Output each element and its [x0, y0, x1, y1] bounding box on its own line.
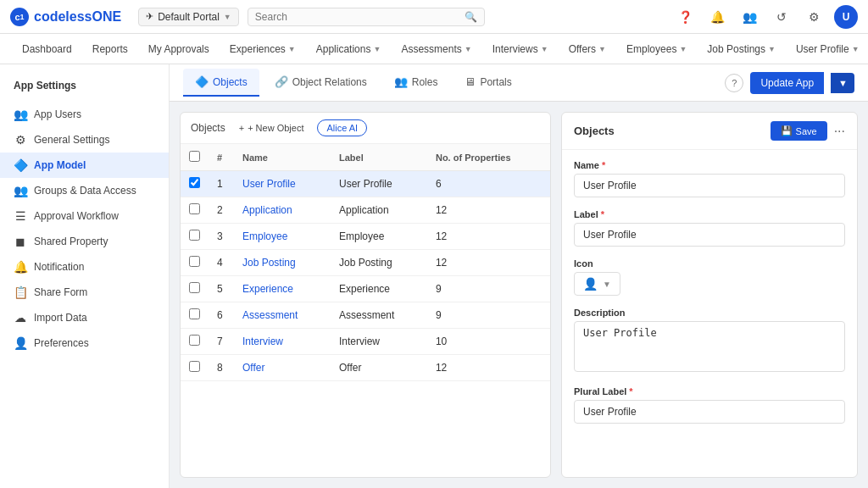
row-properties: 10 [427, 329, 550, 355]
nav-item-employees[interactable]: Employees▼ [618, 38, 695, 60]
nav-item-reports[interactable]: Reports [84, 38, 136, 60]
label-input[interactable] [574, 223, 845, 247]
sidebar-item-share-form[interactable]: 📋 Share Form [0, 280, 169, 305]
preferences-icon: 👤 [14, 336, 27, 350]
approval-workflow-icon: ☰ [14, 209, 27, 223]
row-name[interactable]: Application [234, 197, 331, 224]
row-checkbox[interactable] [181, 355, 209, 381]
table-row[interactable]: 1 User Profile User Profile 6 [181, 171, 550, 197]
row-checkbox[interactable] [181, 302, 209, 329]
users-icon[interactable]: 👥 [737, 5, 761, 29]
nav-item-user-profile[interactable]: User Profile▼ [787, 38, 868, 60]
new-object-button[interactable]: + + New Object [232, 119, 311, 136]
search-icon: 🔍 [465, 11, 477, 23]
sidebar-item-app-model[interactable]: 🔷 App Model [0, 152, 169, 178]
label-field: Label * [574, 209, 845, 247]
label-label: Label * [574, 209, 845, 219]
row-checkbox[interactable] [181, 197, 209, 224]
row-name[interactable]: Interview [234, 329, 331, 355]
right-panel-header: Objects 💾 Save ··· [562, 113, 857, 150]
app-users-icon: 👥 [14, 108, 27, 121]
tab-objects[interactable]: 🔷 Objects [183, 69, 259, 97]
nav-item-dashboard[interactable]: Dashboard [14, 38, 81, 60]
sidebar-item-notification[interactable]: 🔔 Notification [0, 254, 169, 280]
plural-label-input[interactable] [574, 400, 845, 424]
row-label: User Profile [331, 171, 427, 197]
table-row[interactable]: 6 Assessment Assessment 9 [181, 302, 550, 329]
search-input[interactable] [255, 11, 465, 23]
sidebar-item-groups-data-access[interactable]: 👥 Groups & Data Access [0, 178, 169, 203]
sidebar-item-app-users[interactable]: 👥 App Users [0, 102, 169, 127]
table-row[interactable]: 4 Job Posting Job Posting 12 [181, 250, 550, 276]
row-properties: 12 [427, 224, 550, 250]
table-row[interactable]: 5 Experience Experience 9 [181, 276, 550, 302]
select-all-checkbox[interactable] [189, 151, 200, 162]
sidebar-item-label: App Users [34, 108, 81, 120]
row-name[interactable]: Job Posting [234, 250, 331, 276]
save-button[interactable]: 💾 Save [771, 121, 827, 141]
name-input[interactable] [574, 174, 845, 197]
sidebar-item-approval-workflow[interactable]: ☰ Approval Workflow [0, 203, 169, 229]
nav-item-job-postings[interactable]: Job Postings▼ [698, 38, 784, 60]
table-row[interactable]: 8 Offer Offer 12 [181, 355, 550, 381]
nav-item-applications[interactable]: Applications▼ [308, 38, 390, 60]
description-textarea[interactable]: User Profile [574, 321, 845, 372]
row-number: 4 [209, 250, 234, 276]
plural-label-field: Plural Label * [574, 386, 845, 424]
general-settings-icon: ⚙ [14, 133, 27, 147]
row-checkbox[interactable] [181, 171, 209, 197]
right-panel: Objects 💾 Save ··· Name * [561, 112, 858, 478]
sidebar-item-preferences[interactable]: 👤 Preferences [0, 330, 169, 356]
name-required: * [602, 160, 605, 170]
sidebar-item-import-data[interactable]: ☁ Import Data [0, 305, 169, 330]
row-label: Offer [331, 355, 427, 381]
row-number: 1 [209, 171, 234, 197]
search-bar[interactable]: 🔍 [248, 8, 485, 26]
object-relations-tab-icon: 🔗 [275, 75, 288, 88]
nav-item-offers[interactable]: Offers▼ [560, 38, 615, 60]
more-options-button[interactable]: ··· [834, 124, 845, 139]
sidebar-item-label: Notification [34, 261, 84, 273]
right-panel-title: Objects [574, 125, 615, 137]
row-name[interactable]: Offer [234, 355, 331, 381]
row-label: Application [331, 197, 427, 224]
table-row[interactable]: 3 Employee Employee 12 [181, 224, 550, 250]
logo-icon: c1 [10, 8, 29, 26]
nav-item-approvals[interactable]: My Approvals [140, 38, 218, 60]
sidebar-item-label: Import Data [34, 312, 87, 324]
tab-portals[interactable]: 🖥 Portals [453, 69, 523, 97]
nav-item-experiences[interactable]: Experiences▼ [221, 38, 304, 60]
sidebar-item-general-settings[interactable]: ⚙ General Settings [0, 127, 169, 152]
help-icon[interactable]: ❓ [673, 5, 697, 29]
notification-icon: 🔔 [14, 260, 27, 274]
row-checkbox[interactable] [181, 276, 209, 302]
nav-item-interviews[interactable]: Interviews▼ [484, 38, 557, 60]
update-app-dropdown-button[interactable]: ▼ [831, 73, 854, 93]
row-name[interactable]: User Profile [234, 171, 331, 197]
update-app-button[interactable]: Update App [750, 72, 824, 94]
objects-table: # Name Label No. of Properties 1 User Pr… [181, 144, 550, 381]
bell-icon[interactable]: 🔔 [705, 5, 729, 29]
tab-label: Portals [480, 76, 511, 88]
row-name[interactable]: Experience [234, 276, 331, 302]
row-checkbox[interactable] [181, 250, 209, 276]
refresh-icon[interactable]: ↺ [770, 5, 793, 29]
table-row[interactable]: 7 Interview Interview 10 [181, 329, 550, 355]
tab-roles[interactable]: 👥 Roles [382, 69, 450, 97]
tab-help-icon[interactable]: ? [725, 74, 743, 92]
row-checkbox[interactable] [181, 329, 209, 355]
row-checkbox[interactable] [181, 224, 209, 250]
table-row[interactable]: 2 Application Application 12 [181, 197, 550, 224]
settings-icon[interactable]: ⚙ [802, 5, 826, 29]
tab-object-relations[interactable]: 🔗 Object Relations [263, 69, 379, 97]
alice-ai-button[interactable]: Alice AI [317, 119, 367, 136]
label-required: * [601, 209, 604, 219]
icon-field: Icon 👤 ▼ [574, 258, 845, 296]
nav-item-assessments[interactable]: Assessments▼ [392, 38, 480, 60]
row-name[interactable]: Assessment [234, 302, 331, 329]
sidebar-item-shared-property[interactable]: ◼ Shared Property [0, 229, 169, 254]
avatar[interactable]: U [834, 5, 858, 29]
portal-selector[interactable]: ✈ Default Portal ▼ [138, 8, 239, 26]
row-name[interactable]: Employee [234, 224, 331, 250]
icon-selector[interactable]: 👤 ▼ [574, 272, 620, 296]
